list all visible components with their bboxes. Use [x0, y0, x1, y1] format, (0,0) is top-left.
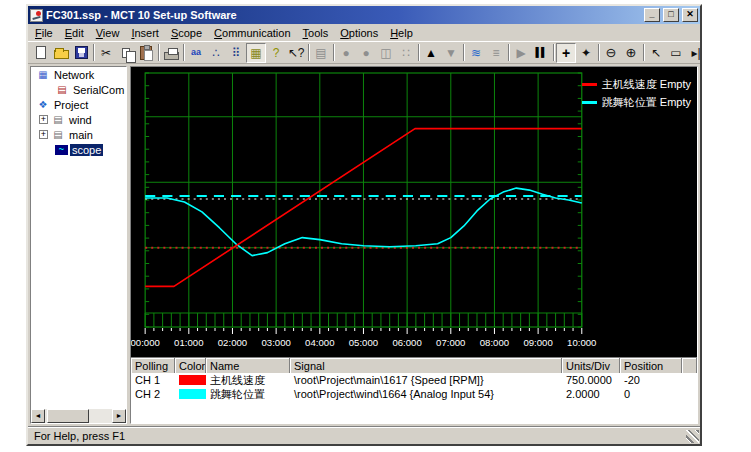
- paste-button[interactable]: [136, 43, 156, 63]
- arrow-up-button[interactable]: ▲: [421, 43, 441, 63]
- tree-item-scope[interactable]: ~scope: [31, 142, 126, 157]
- cell-color: [175, 375, 206, 385]
- toolbar-cut-icon: ✂: [101, 47, 111, 59]
- toolbar-separator: [508, 44, 509, 61]
- toolbar-separator: [158, 44, 159, 61]
- save-button[interactable]: [71, 43, 91, 63]
- toolbar-print-icon: [164, 52, 179, 60]
- toolbar-paste-icon: [140, 46, 152, 60]
- step-right-button[interactable]: ▸|: [686, 43, 700, 63]
- dot-matrix-button[interactable]: ⠿: [226, 43, 246, 63]
- tree-item-project[interactable]: ❖Project: [31, 97, 126, 112]
- x-axis-label: 02:000: [218, 337, 247, 348]
- x-axis-label: 00:000: [131, 337, 160, 348]
- expand-icon[interactable]: +: [39, 130, 48, 139]
- menu-tools[interactable]: Tools: [297, 26, 335, 40]
- letters-button[interactable]: aa: [186, 43, 206, 63]
- scatter-button[interactable]: ∴: [206, 43, 226, 63]
- drive-out-button[interactable]: ◫: [376, 43, 396, 63]
- title-bar[interactable]: FC301.ssp - MCT 10 Set-up Software _ □ ✕: [28, 6, 700, 24]
- toolbar-separator: [553, 44, 554, 61]
- star-cursor-button[interactable]: ✦: [576, 43, 596, 63]
- phonebook-button[interactable]: ▤: [311, 43, 331, 63]
- tree-item-main[interactable]: +▤main: [31, 127, 126, 142]
- crosshair-button[interactable]: +: [556, 43, 576, 63]
- tree-horizontal-scrollbar[interactable]: ◄ ►: [31, 409, 126, 423]
- zoom-out-button[interactable]: ⊖: [601, 43, 621, 63]
- scroll-right-button[interactable]: ►: [112, 409, 126, 423]
- scrollbar-thumb[interactable]: [47, 409, 89, 423]
- toolbar-pause-icon: ▌▌: [536, 48, 547, 57]
- tree-item-serialcom[interactable]: ▤SerialCom: [31, 82, 126, 97]
- menu-options[interactable]: Options: [334, 26, 384, 40]
- serialcom-icon: ▤: [55, 84, 69, 95]
- tree-item-wind[interactable]: +▤wind: [31, 112, 126, 127]
- cell-polling: CH 2: [131, 388, 175, 400]
- cut-button[interactable]: ✂: [96, 43, 116, 63]
- table-button[interactable]: ▦: [246, 43, 266, 63]
- column-header-name[interactable]: Name: [206, 358, 290, 373]
- record-button[interactable]: ●: [356, 43, 376, 63]
- drive-icon: ▤: [51, 114, 65, 125]
- app-icon[interactable]: [30, 9, 43, 22]
- toolbar-open-icon: [54, 50, 69, 59]
- menu-file[interactable]: File: [29, 26, 59, 40]
- cell-name: 主机线速度: [206, 373, 290, 388]
- open-button[interactable]: [51, 43, 71, 63]
- column-header-position[interactable]: Position: [620, 358, 682, 373]
- menu-communication[interactable]: Communication: [208, 26, 296, 40]
- maximize-button[interactable]: □: [663, 8, 679, 22]
- new-button[interactable]: [31, 43, 51, 63]
- scroll-left-button[interactable]: ◄: [31, 409, 45, 423]
- toolbar-separator: [463, 44, 464, 61]
- channel-table-header: PollingColorNameSignalUnits/DivPosition: [131, 358, 697, 373]
- legend-swatch-icon: [582, 83, 597, 86]
- toolbar-separator: [308, 44, 309, 61]
- zoom-in-button[interactable]: ⊕: [621, 43, 641, 63]
- toolbar-new-icon: [36, 46, 46, 59]
- play-button[interactable]: ▶: [511, 43, 531, 63]
- drive-icon: ▤: [51, 129, 65, 140]
- menu-edit[interactable]: Edit: [59, 26, 90, 40]
- column-header-filler: [682, 358, 697, 373]
- expand-icon[interactable]: +: [39, 115, 48, 124]
- menu-scope[interactable]: Scope: [165, 26, 208, 40]
- app-window: FC301.ssp - MCT 10 Set-up Software _ □ ✕…: [26, 4, 702, 446]
- tree-item-label: main: [67, 129, 95, 141]
- toolbar-zoom-out-icon: ⊖: [606, 46, 617, 59]
- close-button[interactable]: ✕: [682, 8, 698, 22]
- scope-icon: ~: [55, 145, 68, 155]
- toolbar-crosshair-icon: +: [562, 46, 570, 60]
- pointer-button[interactable]: ↖: [646, 43, 666, 63]
- context-help-button[interactable]: ↖?: [286, 43, 306, 63]
- cell-units_div: 750.0000: [562, 374, 620, 386]
- menu-insert[interactable]: Insert: [125, 26, 165, 40]
- stop-button[interactable]: ●: [336, 43, 356, 63]
- waves-button[interactable]: ≋: [466, 43, 486, 63]
- column-header-color[interactable]: Color: [175, 358, 206, 373]
- toolbar-zoom-in-icon: ⊕: [626, 46, 637, 59]
- menu-view[interactable]: View: [90, 26, 126, 40]
- minimize-button[interactable]: _: [644, 8, 660, 22]
- pause-button[interactable]: ▌▌: [531, 43, 551, 63]
- tree-item-network[interactable]: ▦Network: [31, 67, 126, 82]
- tree-item-label: scope: [70, 144, 103, 156]
- resize-grip-icon[interactable]: [686, 430, 699, 443]
- channel-row[interactable]: CH 2跳舞轮位置\root\Project\wind\1664 {Analog…: [131, 387, 697, 401]
- copy-button[interactable]: [116, 43, 136, 63]
- toolbar-play-icon: ▶: [516, 47, 525, 59]
- column-header-polling[interactable]: Polling: [131, 358, 175, 373]
- column-header-signal[interactable]: Signal: [290, 358, 562, 373]
- channel-row[interactable]: CH 1主机线速度\root\Project\main\1617 {Speed …: [131, 373, 697, 387]
- rect-select-button[interactable]: ▭: [666, 43, 686, 63]
- arrow-down-button[interactable]: ▼: [441, 43, 461, 63]
- scope-canvas[interactable]: 00:00001:00002:00003:00004:00005:00006:0…: [131, 67, 697, 357]
- print-button[interactable]: [161, 43, 181, 63]
- sync-button[interactable]: ∷: [396, 43, 416, 63]
- column-header-unitsdiv[interactable]: Units/Div: [562, 358, 620, 373]
- help-button[interactable]: ?: [266, 43, 286, 63]
- toolbar-separator: [598, 44, 599, 61]
- scope-plot[interactable]: 00:00001:00002:00003:00004:00005:00006:0…: [131, 67, 697, 357]
- menu-help[interactable]: Help: [384, 26, 419, 40]
- lines-button[interactable]: ≡: [486, 43, 506, 63]
